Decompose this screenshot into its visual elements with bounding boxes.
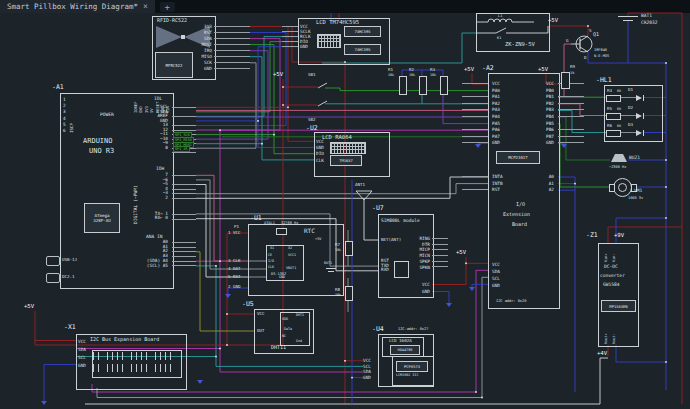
net-5v-sim: +5V xyxy=(456,249,466,255)
atmega-chip-line2: 328P-AU xyxy=(93,218,111,223)
mp1584-label: MP1584EN xyxy=(609,304,627,309)
r6-resistor[interactable] xyxy=(606,130,621,137)
pin-label: GND xyxy=(422,288,430,295)
u4-lcd-title: LCD 1602A xyxy=(389,338,412,343)
pin-label: INTA xyxy=(492,174,503,181)
dht-data: DaTa xyxy=(284,327,292,331)
shift-register-chip-2[interactable]: 74HC595 xyxy=(344,44,381,55)
arduino-stubs-tx xyxy=(172,214,196,224)
net-9v: +9V xyxy=(614,232,624,238)
q1-s-label: S xyxy=(589,28,592,33)
arduino-subtitle: UNO R3 xyxy=(89,147,114,155)
ground-icon xyxy=(197,380,203,384)
q1-value2: N-E-MOS xyxy=(594,54,609,58)
pin-label: VCC xyxy=(492,261,500,268)
pin-label: PA5 xyxy=(492,121,500,128)
pin-label: PB6 xyxy=(546,127,554,134)
a2-title2: Extension xyxy=(503,211,530,217)
bat1-value: CR2032 xyxy=(641,20,658,25)
shift-register-chip-1[interactable]: 74HC595 xyxy=(344,26,381,37)
arduino-digital-label: DIGITAL (~PWM) xyxy=(133,150,138,224)
mp1584-chip[interactable]: MP1584EN xyxy=(601,300,636,312)
chip2-label: 74HC595 xyxy=(354,47,370,52)
bat1-ref: BAT1 xyxy=(641,13,652,18)
rtc-title: RTC xyxy=(304,227,315,234)
hl1-ref: -HL1 xyxy=(596,76,612,84)
pin-label: PB4 xyxy=(546,114,554,121)
usb-connector-icon xyxy=(46,256,60,266)
sb2-label: SB2 xyxy=(308,117,316,122)
r5-resistor[interactable] xyxy=(606,113,621,120)
atmega-chip[interactable]: ATmega 328P-AU xyxy=(84,203,120,233)
r2-resistor[interactable] xyxy=(419,76,427,95)
close-icon[interactable]: × xyxy=(143,2,148,11)
pin-label: PB3 xyxy=(546,107,554,114)
dht-inner-ref: DHT1 xyxy=(296,313,304,317)
pin-label: PB2 xyxy=(546,101,554,108)
x1-header-ticks-top xyxy=(93,352,179,360)
rtc-vcc1: VCC1 xyxy=(288,253,296,257)
arduino-ref: -A1 xyxy=(52,83,64,91)
a2-int-pins: INTAINTBRST xyxy=(492,174,503,194)
mcp23017-label: MCP23017 xyxy=(508,155,527,160)
ground-icon xyxy=(41,401,47,405)
new-tab-button[interactable]: + xyxy=(160,2,175,12)
x1-title: I2C Bus Expansion Board xyxy=(90,336,159,342)
dht-nc: NC xyxy=(282,334,286,338)
xtal-value: 32768 Hz xyxy=(281,221,298,225)
motor-icon-inner xyxy=(618,183,627,192)
lcd595-pins: VCCSCLKRCLKDIOGND xyxy=(300,24,311,49)
pcf8574-chip[interactable]: PCF8574 xyxy=(396,361,428,372)
a2-addr-text: I2C addr: 0x20 xyxy=(496,299,526,303)
sim800l-title: SIM800L module xyxy=(381,218,420,223)
r4-resistor[interactable] xyxy=(606,95,621,102)
ground-icon xyxy=(446,303,452,307)
a2-ref: -A2 xyxy=(482,64,494,72)
dht-out: OUT xyxy=(257,328,265,333)
mcp23017-chip[interactable]: MCP23017 xyxy=(496,151,540,164)
arduino-iscp-pins: 123456 xyxy=(63,97,66,134)
arduino-stubs-c xyxy=(172,242,196,270)
d2-led-icon xyxy=(636,113,642,119)
sim-pwr-pins: VCCGND xyxy=(406,281,430,295)
ground-icon xyxy=(225,294,231,298)
u2-display-icon xyxy=(330,142,366,154)
u4-addr: I2C-addr: 0x27 xyxy=(398,327,428,331)
hd44780-chip[interactable]: HD44780 xyxy=(390,345,420,355)
pin-label: VCC xyxy=(78,338,86,346)
rtc-p5: +5V xyxy=(315,237,322,241)
r9-resistor[interactable] xyxy=(561,72,570,89)
a2-stubs-right xyxy=(558,83,584,149)
chip1-label: 74HC595 xyxy=(354,29,370,34)
r7-resistor[interactable] xyxy=(345,241,353,256)
r1-resistor[interactable] xyxy=(399,76,407,95)
battery-icon xyxy=(618,16,638,17)
u2-ref: -U2 xyxy=(306,124,318,132)
d2-ref: D2 xyxy=(628,105,633,110)
tm1637-chip[interactable]: TM1637 xyxy=(330,155,362,166)
p1-pin-dat: 4 DAT xyxy=(228,266,241,271)
crystal-icon xyxy=(276,228,287,235)
rtc-vbat: VBAT1 xyxy=(286,266,296,270)
pin-label: CLK xyxy=(316,158,324,164)
ground-icon xyxy=(475,144,481,148)
p1-pin-gnd: 2 GND xyxy=(228,284,241,289)
tab-smart-pillbox[interactable]: Smart Pillbox Wiring Diagram* × xyxy=(0,0,155,13)
rtc-bat-ref: BAT1 xyxy=(324,261,332,265)
pin-label: PA4 xyxy=(492,114,500,121)
u7-ref: -U7 xyxy=(372,204,384,212)
r8-resistor[interactable] xyxy=(345,286,353,301)
pin-label: RST xyxy=(492,187,503,194)
pin-label: PA1 xyxy=(492,94,500,101)
sim-left-pins: RSTTXDRXD xyxy=(381,259,389,273)
arduino-right-pins-c: A0A1A2A3(SDA) A4(SCL) A5 xyxy=(120,240,168,268)
pin-label: PA2 xyxy=(492,101,500,108)
rtc-ce: CE xyxy=(268,253,272,257)
hd44780-label: HD44780 xyxy=(398,348,413,352)
r8-ref: R8 xyxy=(335,287,340,292)
r5-value: 68 xyxy=(617,107,621,111)
zk-title: ZK-ZN9-5V xyxy=(505,41,535,47)
tab-title: Smart Pillbox Wiring Diagram* xyxy=(7,2,138,11)
r3-resistor[interactable] xyxy=(440,76,448,95)
rtc-battery-icon xyxy=(326,268,336,269)
